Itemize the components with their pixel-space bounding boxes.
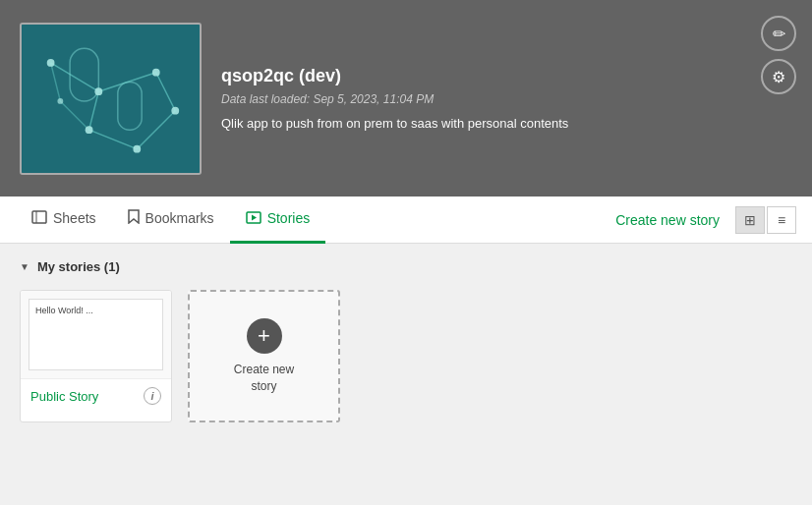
nav-bar: Sheets Bookmarks Stories Create new stor…: [0, 196, 812, 244]
svg-point-14: [171, 106, 179, 114]
create-card-label: Create newstory: [234, 362, 294, 395]
app-header: qsop2qc (dev) Data last loaded: Sep 5, 2…: [0, 0, 812, 196]
section-label: My stories (1): [37, 259, 120, 274]
stories-icon: [246, 210, 261, 227]
list-view-button[interactable]: ≡: [767, 206, 796, 234]
view-toggle: ⊞ ≡: [735, 206, 796, 234]
svg-rect-0: [22, 25, 199, 173]
stories-grid: Hello World! ... Public Story i + Create…: [20, 290, 792, 422]
svg-point-17: [57, 98, 63, 104]
plus-icon: +: [258, 323, 270, 349]
svg-point-12: [94, 87, 102, 95]
svg-point-11: [47, 59, 55, 67]
app-description: Qlik app to push from on prem to saas wi…: [221, 116, 792, 131]
svg-point-15: [86, 126, 93, 134]
tab-bookmarks-label: Bookmarks: [145, 210, 214, 226]
section-arrow-icon: ▼: [20, 261, 29, 272]
tab-sheets[interactable]: Sheets: [16, 196, 112, 244]
app-info: qsop2qc (dev) Data last loaded: Sep 5, 2…: [221, 66, 792, 131]
create-story-card[interactable]: + Create newstory: [188, 290, 340, 422]
app-last-loaded: Data last loaded: Sep 5, 2023, 11:04 PM: [221, 92, 792, 106]
edit-button[interactable]: ✏: [761, 16, 796, 51]
create-card-text: Create newstory: [234, 363, 294, 393]
content-area: ▼ My stories (1) Hello World! ... Public…: [0, 244, 812, 505]
story-name: Public Story: [30, 389, 98, 404]
info-icon: i: [150, 390, 153, 402]
tab-sheets-label: Sheets: [53, 210, 96, 226]
header-actions: ✏ ⚙: [761, 16, 796, 94]
plus-circle-icon: +: [247, 318, 282, 354]
story-info-button[interactable]: i: [144, 387, 161, 405]
story-card-public-story[interactable]: Hello World! ... Public Story i: [20, 290, 172, 422]
story-preview-text: Hello World! ...: [35, 306, 93, 315]
bookmarks-icon: [128, 209, 140, 227]
app-thumbnail: [20, 23, 202, 175]
nav-right: Create new story ⊞ ≡: [608, 206, 796, 234]
nav-tabs: Sheets Bookmarks Stories: [16, 196, 608, 244]
app-title: qsop2qc (dev): [221, 66, 792, 86]
svg-point-13: [152, 68, 160, 76]
create-story-button[interactable]: Create new story: [608, 206, 727, 234]
svg-marker-21: [252, 214, 257, 220]
story-thumbnail: Hello World! ...: [21, 291, 171, 379]
svg-rect-18: [32, 211, 46, 223]
tab-bookmarks[interactable]: Bookmarks: [112, 196, 230, 244]
grid-view-button[interactable]: ⊞: [735, 206, 765, 234]
story-slide-preview: Hello World! ...: [29, 299, 163, 370]
sheets-icon: [31, 210, 47, 227]
settings-icon: ⚙: [772, 68, 785, 86]
svg-point-16: [133, 144, 141, 152]
list-view-icon: ≡: [778, 212, 785, 228]
tab-stories[interactable]: Stories: [230, 196, 326, 244]
story-footer: Public Story i: [21, 379, 171, 413]
edit-icon: ✏: [773, 25, 785, 43]
my-stories-section-header[interactable]: ▼ My stories (1): [20, 259, 792, 274]
grid-view-icon: ⊞: [744, 212, 756, 228]
tab-stories-label: Stories: [267, 210, 311, 226]
settings-button[interactable]: ⚙: [761, 59, 796, 94]
